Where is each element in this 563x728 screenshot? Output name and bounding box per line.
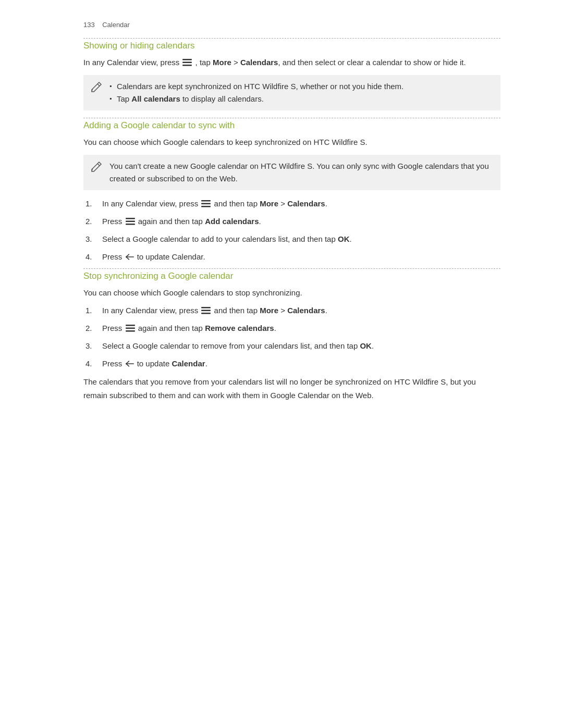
more-label-2: More (260, 199, 278, 208)
svg-rect-3 (201, 200, 211, 202)
svg-rect-10 (201, 310, 211, 312)
section-adding-google: Adding a Google calendar to sync with Yo… (83, 118, 500, 263)
section-stop-sync: Stop synchronizing a Google calendar You… (83, 268, 500, 402)
step-adding-3: Select a Google calendar to add to your … (83, 233, 500, 245)
page-header: 133 Calendar (83, 21, 500, 29)
section-title-adding-google: Adding a Google calendar to sync with (83, 120, 500, 131)
section-divider-1 (83, 38, 500, 39)
closing-text: The calendars that you remove from your … (83, 375, 500, 402)
section-divider-3 (83, 268, 500, 269)
svg-rect-12 (126, 325, 135, 326)
menu-icon-5 (126, 325, 135, 332)
svg-rect-13 (126, 328, 135, 329)
page-container: 133 Calendar Showing or hiding calendars… (0, 0, 563, 437)
ok-label-2: OK (360, 341, 372, 350)
step-stop-2: Press again and then tap Remove calendar… (83, 322, 500, 335)
menu-icon-3 (126, 218, 135, 225)
svg-rect-0 (182, 59, 192, 60)
step-adding-1: In any Calendar view, press and then tap… (83, 198, 500, 210)
back-icon-2 (126, 361, 134, 367)
section-intro-showing-hiding: In any Calendar view, press , tap More >… (83, 56, 500, 69)
pencil-icon-1 (89, 80, 103, 95)
more-label-1: More (213, 58, 231, 67)
pencil-icon-2 (89, 160, 103, 175)
back-icon-1 (126, 254, 134, 260)
step-stop-3: Select a Google calendar to remove from … (83, 340, 500, 352)
note-box-showing-hiding: Calendars are kept synchronized on HTC W… (83, 75, 500, 110)
page-number: 133 (83, 21, 95, 29)
step-adding-2: Press again and then tap Add calendars. (83, 215, 500, 228)
svg-rect-11 (201, 313, 211, 314)
svg-rect-6 (126, 218, 135, 219)
section-title-stop-sync: Stop synchronizing a Google calendar (83, 271, 500, 281)
note-text-adding-google: You can't create a new Google calendar o… (109, 160, 492, 185)
svg-rect-1 (182, 62, 192, 64)
step-stop-4: Press to update Calendar. (83, 357, 500, 370)
more-label-3: More (260, 306, 278, 315)
menu-icon-1 (182, 59, 192, 66)
steps-list-adding-google: In any Calendar view, press and then tap… (83, 198, 500, 263)
step-stop-1: In any Calendar view, press and then tap… (83, 304, 500, 317)
section-title-showing-hiding: Showing or hiding calendars (83, 41, 500, 51)
svg-rect-14 (126, 330, 135, 332)
note-item-1: Calendars are kept synchronized on HTC W… (109, 80, 492, 93)
steps-list-stop-sync: In any Calendar view, press and then tap… (83, 304, 500, 370)
section-intro-adding-google: You can choose which Google calendars to… (83, 136, 500, 149)
calendars-label-3: Calendars (287, 306, 325, 315)
svg-rect-5 (201, 206, 211, 207)
svg-rect-4 (201, 203, 211, 205)
svg-rect-2 (182, 65, 192, 66)
note-box-adding-google: You can't create a new Google calendar o… (83, 155, 500, 190)
calendars-label-1: Calendars (240, 58, 278, 67)
menu-icon-4 (201, 307, 211, 314)
add-calendars-label: Add calendars (205, 217, 259, 226)
section-intro-stop-sync: You can choose which Google calendars to… (83, 287, 500, 299)
ok-label-1: OK (338, 235, 350, 243)
section-divider-2 (83, 118, 500, 118)
remove-calendars-label: Remove calendars (205, 324, 274, 332)
section-showing-hiding: Showing or hiding calendars In any Calen… (83, 38, 500, 110)
svg-rect-7 (126, 221, 135, 223)
page-section-name: Calendar (102, 21, 130, 29)
note-list-1: Calendars are kept synchronized on HTC W… (109, 80, 492, 105)
calendar-label-end: Calendar (172, 359, 205, 368)
step-adding-4: Press to update Calendar. (83, 251, 500, 263)
all-calendars-label: All calendars (131, 94, 180, 103)
svg-rect-9 (201, 307, 211, 309)
note-item-2: Tap All calendars to display all calenda… (109, 93, 492, 105)
menu-icon-2 (201, 200, 211, 207)
svg-rect-8 (126, 224, 135, 225)
calendars-label-2: Calendars (287, 199, 325, 208)
